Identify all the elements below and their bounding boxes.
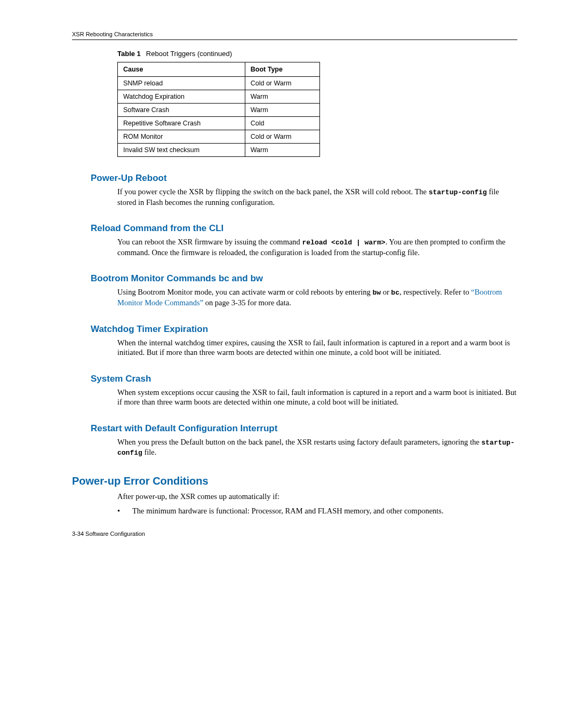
paragraph: When you press the Default button on the… [117,437,517,458]
table-row: Software CrashWarm [118,104,320,117]
code-bw: bw [372,289,381,297]
table-header-cause: Cause [118,62,245,77]
heading-power-up-error-conditions: Power-up Error Conditions [72,475,517,487]
heading-restart-default: Restart with Default Configuration Inter… [91,423,517,434]
table-row: ROM MonitorCold or Warm [118,130,320,144]
header-rule [72,39,517,40]
heading-power-up-reboot: Power-Up Reboot [91,173,517,184]
code-bc: bc [391,289,399,297]
table-cell: Software Crash [118,104,245,117]
heading-bootrom-commands: Bootrom Monitor Commands bc and bw [91,273,517,284]
table-cell: Repetitive Software Crash [118,117,245,130]
table-row: Repetitive Software CrashCold [118,117,320,130]
page-footer: 3-34 Software Configuration [72,531,517,537]
table-header-boot-type: Boot Type [245,62,319,77]
table-caption: Table 1Reboot Triggers (continued) [117,50,517,58]
table-cell: Warm [245,144,319,157]
bullet-item: • The minimum hardware is functional: Pr… [117,506,517,516]
table-cell: Warm [245,90,319,104]
heading-watchdog: Watchdog Timer Expiration [91,324,517,335]
table-cell: SNMP reload [118,77,245,90]
table-row: Invalid SW text checksumWarm [118,144,320,157]
heading-reload-command: Reload Command from the CLI [91,223,517,234]
table-cell: Invalid SW text checksum [118,144,245,157]
bullet-dot: • [117,506,132,516]
table-label: Table 1 [117,50,141,58]
table-cell: Cold [245,117,319,130]
paragraph: When the internal watchdog timer expires… [117,338,517,358]
table-cell: Warm [245,104,319,117]
heading-system-crash: System Crash [91,374,517,384]
paragraph: Using Bootrom Monitor mode, you can acti… [117,287,517,307]
table-cell: Watchdog Expiration [118,90,245,104]
paragraph: You can reboot the XSR firmware by issui… [117,237,517,257]
table-cell: Cold or Warm [245,77,319,90]
table-cell: ROM Monitor [118,130,245,144]
paragraph: When system exceptions occur causing the… [117,387,517,407]
paragraph: If you power cycle the XSR by flipping t… [117,187,517,207]
table-title: Reboot Triggers (continued) [146,50,232,58]
table-cell: Cold or Warm [245,130,319,144]
paragraph: After power-up, the XSR comes up automat… [117,492,517,502]
reboot-triggers-table: Cause Boot Type SNMP reloadCold or Warm … [117,62,320,157]
running-header: XSR Rebooting Characteristics [72,31,517,37]
table-row: SNMP reloadCold or Warm [118,77,320,90]
code-reload: reload <cold | warm> [302,239,385,247]
bullet-text: The minimum hardware is functional: Proc… [132,506,444,516]
code-startup-config: startup-config [429,188,487,196]
table-row: Watchdog ExpirationWarm [118,90,320,104]
